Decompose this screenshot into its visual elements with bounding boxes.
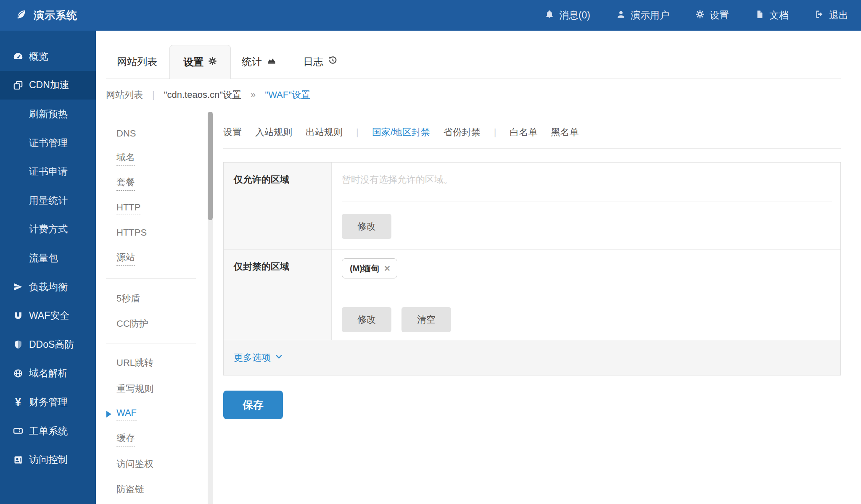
globe-icon xyxy=(13,368,24,379)
docs-menu-item[interactable]: 文档 xyxy=(755,9,789,22)
messages-label: 消息(0) xyxy=(559,9,590,22)
waf-panel: 设置 入站规则 出站规则 | 国家/地区封禁 省份封禁 | 白名单 黑名单 仅允… xyxy=(223,112,841,419)
subnav-label: HTTP xyxy=(116,202,140,215)
active-caret-icon xyxy=(106,411,111,417)
subnav-item-5s-shield[interactable]: 5秒盾 xyxy=(106,286,196,312)
subnav-item-domain[interactable]: 域名 xyxy=(106,146,196,171)
waf-tab-blacklist[interactable]: 黑名单 xyxy=(551,126,579,139)
user-menu-item[interactable]: 演示用户 xyxy=(616,9,669,22)
subnav-item-plan[interactable]: 套餐 xyxy=(106,171,196,196)
subnav-item-dns[interactable]: DNS xyxy=(106,121,196,146)
subnav-scrollbar-thumb[interactable] xyxy=(208,112,213,220)
sidebar-item-load-balance[interactable]: 负载均衡 xyxy=(0,273,96,302)
subnav-label: 重写规则 xyxy=(116,383,153,395)
tab-label: 设置 xyxy=(183,55,203,69)
topbar: 演示系统 消息(0) 演示用户 xyxy=(0,0,861,31)
sidebar-item-cdn[interactable]: CDN加速 xyxy=(0,71,96,100)
sidebar-item-cert-manage[interactable]: 证书管理 xyxy=(0,129,96,158)
sidebar-item-ddos[interactable]: DDoS高防 xyxy=(0,330,96,359)
blocked-modify-button[interactable]: 修改 xyxy=(342,307,391,332)
subnav-item-auth[interactable]: 访问鉴权 xyxy=(106,452,196,477)
breadcrumb-waf-settings[interactable]: "WAF"设置 xyxy=(265,89,310,101)
blocked-clear-button[interactable]: 清空 xyxy=(401,307,451,332)
sidebar-label: 用量统计 xyxy=(29,194,68,207)
tab-logs[interactable]: 日志 xyxy=(292,45,349,79)
yen-icon: ¥ xyxy=(13,396,24,407)
sidebar-item-cert-apply[interactable]: 证书申请 xyxy=(0,157,96,186)
sidebar-item-finance[interactable]: ¥ 财务管理 xyxy=(0,388,96,417)
breadcrumb-website-list[interactable]: 网站列表 xyxy=(106,89,143,101)
subnav-item-http[interactable]: HTTP xyxy=(106,196,196,221)
subnav-item-https[interactable]: HTTPS xyxy=(106,221,196,246)
sidebar-item-overview[interactable]: 概览 xyxy=(0,42,96,71)
subnav-scrollbar-track[interactable] xyxy=(208,112,213,504)
sidebar-item-billing-mode[interactable]: 计费方式 xyxy=(0,215,96,244)
subnav-label: 访问鉴权 xyxy=(116,458,153,470)
settings-menu-item[interactable]: 设置 xyxy=(695,9,729,22)
waf-tab-country-block[interactable]: 国家/地区封禁 xyxy=(372,126,430,139)
waf-tab-settings[interactable]: 设置 xyxy=(223,126,242,139)
blocked-region-field[interactable]: (M)缅甸 × xyxy=(342,249,832,293)
magnet-icon xyxy=(13,310,24,321)
subnav-label: WAF xyxy=(116,407,137,420)
region-tag-myanmar: (M)缅甸 × xyxy=(342,258,397,278)
form-footer: 更多选项 xyxy=(224,340,840,375)
subnav-label: CC防护 xyxy=(116,318,148,330)
sidebar-item-waf[interactable]: WAF安全 xyxy=(0,301,96,330)
sidebar-label: WAF安全 xyxy=(29,309,69,322)
subnav-item-cc-protect[interactable]: CC防护 xyxy=(106,311,196,336)
subnav-label: 缓存 xyxy=(116,432,135,446)
cdn-copy-icon xyxy=(13,80,24,91)
waf-tab-province-block[interactable]: 省份封禁 xyxy=(444,126,481,139)
logout-menu-item[interactable]: 退出 xyxy=(815,9,848,22)
breadcrumb-chevron: » xyxy=(251,89,256,100)
sidebar-item-traffic-pack[interactable]: 流量包 xyxy=(0,244,96,273)
waf-tab-whitelist[interactable]: 白名单 xyxy=(510,126,538,139)
tab-website-list[interactable]: 网站列表 xyxy=(106,45,168,79)
sidebar-label: CDN加速 xyxy=(29,79,69,92)
dashboard-icon xyxy=(13,51,24,62)
tab-label: 网站列表 xyxy=(117,55,157,68)
app-logo[interactable]: 演示系统 xyxy=(14,8,77,23)
gear-icon xyxy=(695,10,705,21)
sidebar-item-tickets[interactable]: 工单系统 xyxy=(0,417,96,446)
subnav-item-url-redirect[interactable]: URL跳转 xyxy=(106,352,196,377)
subnav-label: URL跳转 xyxy=(116,357,153,371)
leaf-logo-icon xyxy=(14,8,27,23)
allowed-region-content: 暂时没有选择允许的区域。 修改 xyxy=(332,163,840,249)
sidebar-label: 域名解析 xyxy=(29,367,68,380)
user-label: 演示用户 xyxy=(631,9,669,22)
history-icon xyxy=(328,55,338,68)
save-button[interactable]: 保存 xyxy=(223,391,283,419)
tab-settings[interactable]: 设置 xyxy=(169,45,231,79)
subnav-label: HTTPS xyxy=(116,227,147,240)
subnav-item-origin[interactable]: 源站 xyxy=(106,246,196,271)
sidebar-item-dns-resolve[interactable]: 域名解析 xyxy=(0,359,96,388)
messages-menu-item[interactable]: 消息(0) xyxy=(545,9,590,22)
subnav-item-hotlink[interactable]: 防盗链 xyxy=(106,477,196,502)
region-tag-label: (M)缅甸 xyxy=(350,263,379,274)
user-icon xyxy=(616,10,626,21)
waf-tab-outbound[interactable]: 出站规则 xyxy=(306,126,343,139)
breadcrumb-separator: | xyxy=(152,89,155,100)
sidebar-item-usage-stats[interactable]: 用量统计 xyxy=(0,186,96,215)
more-options-link[interactable]: 更多选项 xyxy=(234,352,283,364)
primary-tabbar: 网站列表 设置 xyxy=(106,31,841,79)
tab-separator: | xyxy=(356,127,359,138)
settings-label: 设置 xyxy=(710,9,729,22)
waf-tab-inbound[interactable]: 入站规则 xyxy=(255,126,292,139)
blocked-region-row: 仅封禁的区域 (M)缅甸 × 修改 清空 xyxy=(224,249,840,340)
subnav-item-cache[interactable]: 缓存 xyxy=(106,427,196,452)
breadcrumb-site-settings[interactable]: "cdn.teaos.cn"设置 xyxy=(164,89,241,101)
sidebar-item-access-control[interactable]: 访问控制 xyxy=(0,445,96,474)
subnav-item-rewrite[interactable]: 重写规则 xyxy=(106,376,196,402)
sidebar-label: DDoS高防 xyxy=(29,338,74,351)
topbar-menu: 消息(0) 演示用户 xyxy=(519,9,848,22)
subnav-item-waf[interactable]: WAF xyxy=(106,402,196,427)
allowed-region-field[interactable]: 暂时没有选择允许的区域。 xyxy=(342,163,832,202)
allowed-modify-button[interactable]: 修改 xyxy=(342,214,391,239)
tag-remove-icon[interactable]: × xyxy=(384,263,390,273)
tab-stats[interactable]: 统计 xyxy=(231,45,288,79)
sidebar-item-purge[interactable]: 刷新预热 xyxy=(0,100,96,129)
tab-label: 统计 xyxy=(242,55,262,68)
